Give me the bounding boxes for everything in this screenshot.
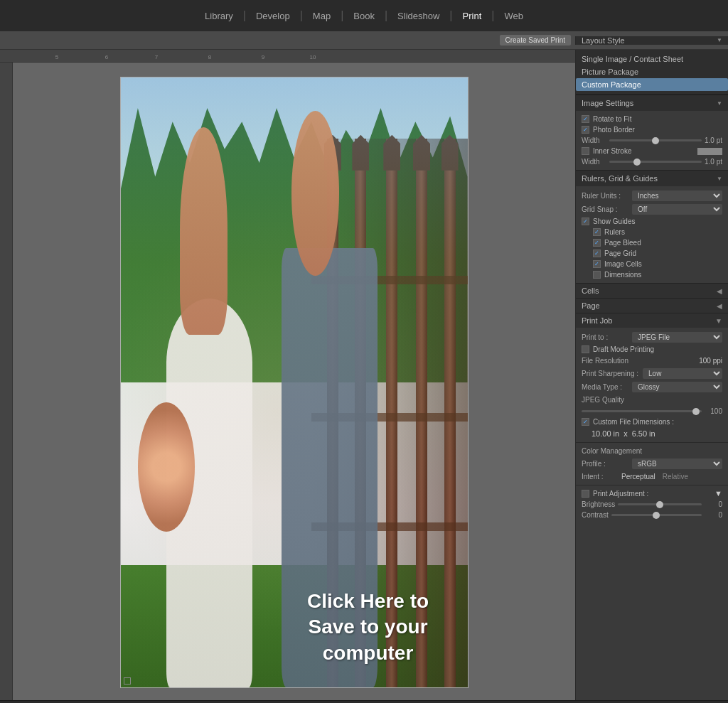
photo-frame: Click Here to Save to your computer [120, 77, 469, 688]
inner-stroke-row: Inner Stroke [576, 146, 728, 156]
inner-stroke-label: Inner Stroke [593, 147, 631, 155]
photo-border-row: ✓ Photo Border [576, 124, 728, 135]
page-arrow: ◀ [717, 302, 722, 310]
print-to-label: Print to : [582, 333, 628, 341]
inner-stroke-checkbox[interactable] [582, 147, 589, 155]
contrast-row: Contrast 0 [576, 510, 728, 520]
canvas-area: 5 6 7 8 9 10 [0, 50, 575, 700]
rotate-to-fit-checkbox[interactable]: ✓ [582, 115, 589, 123]
brightness-slider[interactable] [618, 503, 702, 505]
jpeg-quality-slider-row: 100 [576, 406, 728, 417]
custom-dims-checkbox[interactable]: ✓ [582, 418, 589, 426]
page-label: Page [582, 301, 600, 310]
ruler-mark-7: 7 [155, 54, 158, 60]
nav-develop[interactable]: Develop [246, 0, 300, 31]
print-sharpening-label: Print Sharpening : [582, 370, 638, 377]
layout-single-image[interactable]: Single Image / Contact Sheet [576, 53, 728, 65]
file-resolution-label: File Resolution [582, 357, 628, 365]
rulers-grid-header[interactable]: Rulers, Grid & Guides ▼ [576, 170, 728, 186]
contrast-thumb [653, 512, 660, 519]
page-bleed-label: Page Bleed [604, 239, 641, 247]
profile-select[interactable]: sRGB [632, 458, 722, 469]
rulers-guide-row: ✓ Rulers [576, 227, 728, 237]
color-management-row: Color Management [576, 445, 728, 457]
print-job-label: Print Job [582, 316, 612, 325]
file-resolution-value: 100 ppi [699, 357, 722, 365]
draft-mode-row: Draft Mode Printing [576, 344, 728, 355]
draft-mode-checkbox[interactable] [582, 345, 589, 353]
photo-border-width-row: Width 1.0 pt [576, 135, 728, 146]
layout-style-header[interactable]: Layout Style ▼ [575, 36, 728, 45]
grid-snap-select[interactable]: Off [632, 204, 722, 215]
contrast-value: 0 [705, 511, 722, 519]
image-cells-row: ✓ Image Cells [576, 259, 728, 269]
dimensions-checkbox[interactable] [593, 271, 601, 279]
photo-border-width-label: Width [582, 136, 606, 144]
jpeg-quality-slider[interactable] [582, 410, 702, 412]
page-grid-checkbox[interactable]: ✓ [593, 249, 601, 257]
custom-dims-h: 6.50 in [632, 429, 655, 438]
bride-head [180, 127, 228, 335]
rulers-grid-content: Ruler Units : Inches Grid Snap : Off ✓ S… [576, 186, 728, 283]
divider-2 [576, 485, 728, 485]
jpeg-quality-thumb [692, 408, 700, 415]
ruler-units-row: Ruler Units : Inches [576, 189, 728, 203]
image-settings-header[interactable]: Image Settings ▼ [576, 95, 728, 111]
photo-border-slider[interactable] [609, 139, 702, 141]
nav-library[interactable]: Library [195, 0, 243, 31]
nav-web[interactable]: Web [494, 0, 533, 31]
custom-dims-w: 10.00 in [592, 429, 619, 438]
layout-options-container: Single Image / Contact Sheet Picture Pac… [576, 50, 728, 95]
inner-stroke-slider[interactable] [609, 161, 702, 163]
canvas-top-bar: Create Saved Print [0, 35, 575, 45]
custom-dims-x: x [623, 429, 628, 438]
inner-stroke-swatch [697, 148, 722, 155]
file-resolution-row: File Resolution 100 ppi [576, 355, 728, 367]
main-layout: 5 6 7 8 9 10 [0, 50, 728, 700]
jpeg-quality-value: 100 [705, 407, 722, 415]
intent-label: Intent : [582, 473, 617, 481]
create-saved-print-button[interactable]: Create Saved Print [500, 35, 572, 45]
print-job-header[interactable]: Print Job ▼ [576, 313, 728, 328]
nav-book[interactable]: Book [343, 0, 385, 31]
inner-stroke-width-row: Width 1.0 pt [576, 156, 728, 167]
groom-figure [225, 139, 415, 687]
nav-print[interactable]: Print [453, 0, 492, 31]
jpeg-quality-row: JPEG Quality [576, 394, 728, 406]
ruler-units-select[interactable]: Inches [632, 190, 722, 201]
photo-border-checkbox[interactable]: ✓ [582, 126, 589, 134]
show-guides-checkbox[interactable]: ✓ [582, 218, 589, 225]
pink-arrow-icon [588, 701, 645, 704]
print-to-select[interactable]: JPEG File [632, 332, 722, 343]
groom-suit [282, 248, 377, 687]
status-bar: Page 1 of 1 Print to File... [0, 700, 728, 703]
print-sharpening-select[interactable]: Low [643, 368, 722, 379]
ruler-mark-5: 5 [55, 54, 58, 60]
corner-indicator [124, 677, 131, 685]
print-to-row: Print to : JPEG File [576, 331, 728, 344]
custom-dims-row: ✓ Custom File Dimensions : [576, 417, 728, 427]
media-type-select[interactable]: Glossy [632, 382, 722, 392]
rulers-guide-checkbox[interactable]: ✓ [593, 228, 601, 236]
layout-custom-package[interactable]: Custom Package [576, 78, 728, 91]
image-cells-checkbox[interactable]: ✓ [593, 260, 601, 268]
ruler-mark-6: 6 [105, 54, 108, 60]
custom-dims-label: Custom File Dimensions : [593, 418, 674, 426]
print-job-content: Print to : JPEG File Draft Mode Printing… [576, 328, 728, 523]
page-grid-label: Page Grid [604, 249, 636, 257]
layout-picture-package[interactable]: Picture Package [576, 65, 728, 78]
cells-header[interactable]: Cells ◀ [576, 283, 728, 298]
page-header[interactable]: Page ◀ [576, 298, 728, 313]
page-bleed-checkbox[interactable]: ✓ [593, 239, 601, 247]
ruler-mark-10: 10 [310, 54, 316, 60]
ruler-units-label: Ruler Units : [582, 192, 628, 200]
media-type-label: Media Type : [582, 383, 628, 391]
nav-map[interactable]: Map [303, 0, 341, 31]
nav-slideshow[interactable]: Slideshow [387, 0, 449, 31]
print-adjustment-checkbox[interactable] [582, 490, 589, 498]
photo-border-label: Photo Border [593, 126, 635, 134]
top-navigation: Library | Develop | Map | Book | Slidesh… [0, 0, 728, 31]
contrast-slider[interactable] [611, 514, 702, 516]
top-bar: Create Saved Print Layout Style ▼ [0, 31, 728, 50]
page-grid-row: ✓ Page Grid [576, 248, 728, 259]
